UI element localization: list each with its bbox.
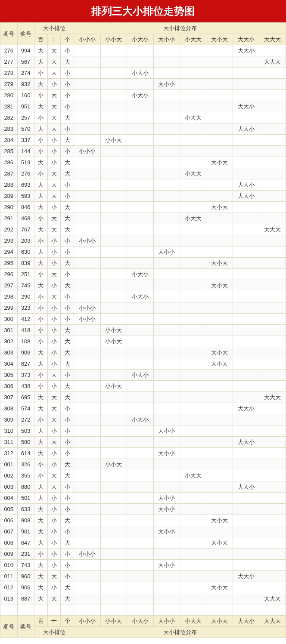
cell-dist xyxy=(100,314,127,325)
cell-period: 307 xyxy=(0,392,18,403)
cell-period: 293 xyxy=(0,235,18,247)
cell-pos: 大 xyxy=(34,157,48,168)
cell-dist xyxy=(127,235,153,247)
cell-period: 010 xyxy=(0,560,18,571)
cell-dist xyxy=(153,90,180,101)
cell-dist xyxy=(206,504,233,515)
cell-dist: 小大大 xyxy=(180,112,206,123)
cell-pos: 小 xyxy=(47,459,61,470)
cell-dist: 小小大 xyxy=(100,135,127,146)
cell-pos: 小 xyxy=(47,548,61,560)
cell-dist xyxy=(259,79,286,90)
cell-dist xyxy=(233,493,259,504)
table-row: 291468小大大小大大 xyxy=(0,213,286,224)
cell-pos: 大 xyxy=(34,560,48,571)
cell-dist xyxy=(153,224,180,235)
cell-dist xyxy=(74,515,100,526)
cell-period: 298 xyxy=(0,291,18,302)
cell-dist xyxy=(127,258,153,269)
cell-dist: 小小小 xyxy=(74,235,100,247)
cell-pos: 大 xyxy=(47,470,61,481)
cell-dist xyxy=(127,593,153,604)
cell-dist xyxy=(74,247,100,258)
tf-number: 奖号 xyxy=(17,616,34,638)
cell-period: 294 xyxy=(0,247,18,258)
cell-dist: 小小小 xyxy=(74,314,100,325)
cell-pos: 小 xyxy=(61,146,74,157)
cell-dist xyxy=(206,370,233,381)
cell-dist xyxy=(259,146,286,157)
table-row: 278274小大小小大小 xyxy=(0,68,286,79)
cell-pos: 大 xyxy=(61,381,74,392)
cell-pos: 大 xyxy=(34,526,48,537)
cell-dist xyxy=(100,425,127,437)
cell-dist xyxy=(233,202,259,213)
cell-dist xyxy=(259,314,286,325)
cell-dist xyxy=(259,448,286,459)
cell-dist xyxy=(100,291,127,302)
cell-dist xyxy=(100,370,127,381)
cell-dist xyxy=(206,571,233,582)
cell-pos: 大 xyxy=(34,202,48,213)
cell-dist xyxy=(259,515,286,526)
cell-pos: 小 xyxy=(47,202,61,213)
cell-dist xyxy=(206,593,233,604)
cell-dist xyxy=(100,45,127,56)
cell-dist xyxy=(206,269,233,280)
cell-dist xyxy=(74,381,100,392)
cell-dist xyxy=(259,325,286,336)
cell-dist xyxy=(100,548,127,560)
cell-dist xyxy=(127,403,153,414)
cell-pos: 大 xyxy=(47,414,61,425)
cell-number: 614 xyxy=(17,448,34,459)
tf-dist: 大大大 xyxy=(259,616,286,627)
cell-pos: 大 xyxy=(61,224,74,235)
page-title: 排列三大小排位走势图 xyxy=(0,0,286,22)
cell-pos: 大 xyxy=(34,582,48,593)
cell-dist xyxy=(206,526,233,537)
th-dist: 小小大 xyxy=(100,34,127,45)
cell-dist xyxy=(206,101,233,112)
cell-pos: 大 xyxy=(34,437,48,448)
cell-dist xyxy=(127,79,153,90)
cell-pos: 小 xyxy=(47,504,61,515)
cell-pos: 大 xyxy=(47,269,61,280)
cell-dist xyxy=(259,504,286,515)
cell-number: 839 xyxy=(17,258,34,269)
cell-pos: 大 xyxy=(34,493,48,504)
cell-dist xyxy=(180,571,206,582)
cell-dist xyxy=(100,448,127,459)
cell-dist xyxy=(127,101,153,112)
cell-pos: 小 xyxy=(61,302,74,314)
cell-dist xyxy=(153,392,180,403)
cell-dist xyxy=(206,68,233,79)
th-pos: 个 xyxy=(61,34,74,45)
cell-dist xyxy=(259,347,286,358)
cell-dist xyxy=(100,202,127,213)
tf-dist: 大小大 xyxy=(206,616,233,627)
cell-dist xyxy=(233,504,259,515)
table-foot: 期号 奖号 百十个小小小小小大小大小大小小小大大大小大大大小大大大 大小排位 大… xyxy=(0,616,286,638)
cell-dist xyxy=(127,202,153,213)
cell-number: 908 xyxy=(17,515,34,526)
cell-dist: 大大小 xyxy=(233,45,259,56)
cell-dist xyxy=(100,526,127,537)
cell-dist xyxy=(100,347,127,358)
table-row-empty xyxy=(0,604,286,616)
cell-pos: 小 xyxy=(34,548,48,560)
th-dist: 小小小 xyxy=(74,34,100,45)
cell-dist xyxy=(180,537,206,548)
cell-dist xyxy=(206,79,233,90)
cell-dist xyxy=(180,90,206,101)
cell-period: 278 xyxy=(0,68,18,79)
cell-pos: 小 xyxy=(61,269,74,280)
cell-pos: 小 xyxy=(47,526,61,537)
tf-dist: 小小小 xyxy=(74,616,100,627)
cell-pos: 大 xyxy=(61,459,74,470)
cell-dist xyxy=(153,437,180,448)
cell-dist xyxy=(206,470,233,481)
cell-dist xyxy=(74,56,100,68)
cell-period: 292 xyxy=(0,224,18,235)
cell-dist xyxy=(127,325,153,336)
cell-dist xyxy=(74,213,100,224)
